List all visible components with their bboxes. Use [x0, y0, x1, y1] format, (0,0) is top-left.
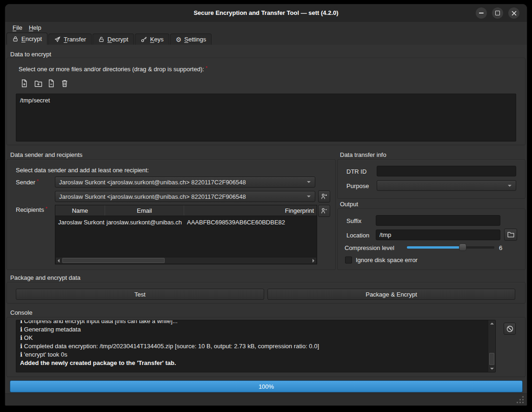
progress-label: 100%	[259, 383, 274, 390]
recipients-table-header: Name Email Fingerprint	[55, 205, 317, 216]
browse-location-button[interactable]	[504, 229, 517, 241]
section-title-package: Package and encrypt data	[10, 274, 80, 281]
sender-select[interactable]: Jaroslaw Surkont <jaroslaw.surkont@uniba…	[55, 176, 315, 188]
tab-transfer-label: Transfer	[64, 36, 86, 43]
tab-keys[interactable]: Keys	[135, 34, 169, 45]
console-line: ℹ Compress and encrypt input data [this …	[20, 320, 486, 325]
menu-help[interactable]: Help	[26, 23, 45, 32]
clear-console-icon	[506, 325, 514, 333]
vertical-scroll-thumb[interactable]	[489, 353, 494, 365]
column-header-email[interactable]: Email	[105, 205, 184, 216]
remove-file-icon	[47, 79, 55, 88]
menubar: File Help	[5, 22, 527, 33]
delete-all-button[interactable]	[60, 78, 69, 88]
console-vertical-scrollbar[interactable]	[488, 320, 495, 372]
tab-decrypt[interactable]: Decrypt	[93, 34, 134, 45]
add-file-icon	[20, 79, 28, 88]
clear-console-button[interactable]	[504, 323, 516, 335]
cell-email: jaroslaw.surkont@unibas.ch	[105, 219, 184, 226]
progress-bar: 100%	[10, 380, 523, 392]
compression-slider[interactable]	[407, 246, 494, 249]
tab-transfer[interactable]: Transfer	[48, 34, 92, 45]
section-title-output: Output	[340, 201, 358, 208]
tab-settings-label: Settings	[184, 36, 206, 43]
section-title-console: Console	[10, 309, 33, 316]
tab-settings[interactable]: ⚙ Settings	[170, 34, 212, 45]
dtr-id-input[interactable]	[377, 166, 516, 176]
gear-icon: ⚙	[176, 36, 182, 43]
remove-recipient-button[interactable]	[318, 205, 330, 217]
trash-icon	[60, 79, 69, 88]
lock-open-icon	[98, 36, 105, 43]
minimize-button[interactable]	[476, 7, 487, 19]
recipients-table[interactable]: Name Email Fingerprint Jaroslaw Surkont …	[55, 205, 317, 264]
file-list-area[interactable]: /tmp/secret	[16, 94, 516, 142]
table-horizontal-scrollbar[interactable]	[56, 257, 316, 263]
status-bar	[5, 393, 527, 405]
sender-instruction: Select data sender and add at least one …	[16, 167, 149, 174]
recipients-label: Recipients*	[16, 206, 47, 213]
slider-handle[interactable]	[459, 243, 466, 251]
tab-encrypt-label: Encrypt	[21, 35, 42, 42]
file-list-text: /tmp/secret	[16, 94, 516, 107]
cell-fingerprint: AAABFBC698539AB6CE60BDBE82	[184, 219, 317, 226]
window-title: Secure Encryption and Transfer Tool — se…	[5, 4, 527, 22]
tab-keys-label: Keys	[150, 36, 164, 43]
maximize-button[interactable]	[492, 7, 503, 19]
cell-name: Jaroslaw Surkont	[55, 219, 105, 226]
window-controls	[476, 7, 519, 19]
add-directory-button[interactable]	[33, 78, 43, 88]
tabbar: Encrypt Transfer Decrypt Keys ⚙ Settings	[5, 33, 527, 45]
close-button[interactable]	[508, 7, 519, 19]
titlebar: Secure Encryption and Transfer Tool — se…	[5, 4, 527, 22]
suffix-label: Suffix	[346, 217, 361, 224]
package-encrypt-button[interactable]: Package & Encrypt	[267, 289, 515, 300]
person-remove-icon	[320, 207, 328, 215]
ignore-disk-checkbox[interactable]	[345, 257, 352, 263]
column-header-name[interactable]: Name	[55, 205, 105, 216]
scroll-up-icon[interactable]	[490, 323, 494, 324]
console-line: ℹ Completed data encryption: /tmp/202304…	[20, 342, 486, 351]
remove-file-button[interactable]	[47, 78, 56, 88]
console-line: Added the newly created package to the '…	[20, 359, 486, 367]
location-label: Location	[346, 232, 369, 239]
tab-encrypt[interactable]: Encrypt	[7, 33, 47, 45]
recipient-select[interactable]: Jaroslaw Surkont <jaroslaw.surkont@uniba…	[55, 191, 315, 202]
scroll-down-icon[interactable]	[490, 368, 494, 370]
test-button[interactable]: Test	[16, 289, 264, 300]
add-folder-icon	[34, 79, 43, 88]
send-icon	[54, 36, 61, 43]
scroll-right-icon[interactable]	[313, 259, 314, 263]
menu-file[interactable]: File	[9, 23, 26, 32]
section-title-sender-recipients: Data sender and recipients	[10, 151, 82, 158]
compression-value: 6	[499, 244, 502, 251]
app-window: Secure Encryption and Transfer Tool — se…	[5, 4, 527, 405]
suffix-input[interactable]	[376, 215, 500, 226]
horizontal-scroll-thumb[interactable]	[62, 258, 165, 263]
key-icon	[140, 36, 147, 43]
console-line: ℹ Generating metadata	[20, 325, 486, 334]
scroll-left-icon[interactable]	[58, 259, 60, 263]
dtr-id-label: DTR ID	[346, 168, 366, 175]
column-header-fingerprint[interactable]: Fingerprint	[184, 205, 317, 216]
add-recipient-button[interactable]	[318, 190, 330, 203]
compression-label: Compression level	[345, 244, 394, 251]
purpose-select[interactable]	[377, 180, 516, 191]
minimize-icon	[479, 13, 484, 14]
add-file-button[interactable]	[20, 78, 29, 88]
tab-decrypt-label: Decrypt	[107, 36, 128, 43]
section-title-transfer-info: Data transfer info	[340, 151, 386, 158]
person-add-icon	[320, 193, 328, 200]
console-line: ℹ OK	[20, 334, 486, 342]
folder-icon	[507, 231, 515, 238]
console-lines: ℹ Compress and encrypt input data [this …	[20, 320, 486, 372]
lock-closed-icon	[12, 35, 19, 42]
ignore-disk-label: Ignore disk space error	[356, 257, 418, 263]
close-icon	[512, 11, 517, 16]
sender-label: Sender*	[16, 179, 39, 186]
location-input[interactable]	[376, 230, 500, 240]
console-output[interactable]: ℹ Compress and encrypt input data [this …	[16, 320, 496, 372]
resize-grip-icon[interactable]	[517, 396, 524, 404]
files-instruction: Select one or more files and/or director…	[19, 66, 207, 73]
table-row[interactable]: Jaroslaw Surkont jaroslaw.surkont@unibas…	[55, 216, 317, 228]
